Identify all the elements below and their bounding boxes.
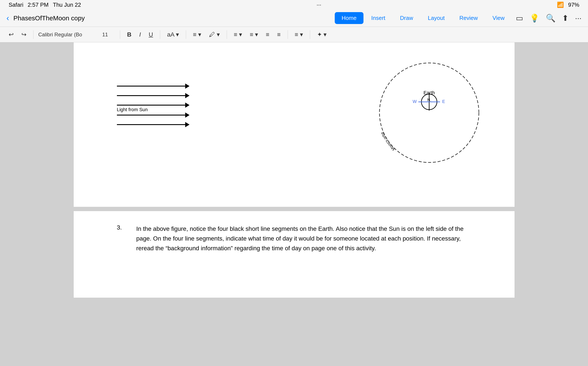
status-left: Safari 2:57 PM Thu Jun 22 — [9, 1, 81, 8]
tab-review[interactable]: Review — [453, 12, 485, 24]
bullet-list-button[interactable]: ≡ ▾ — [232, 30, 244, 39]
time-label: 2:57 PM — [28, 1, 49, 8]
date-label: Thu Jun 22 — [53, 1, 81, 8]
doc-title: PhasesOfTheMoon copy — [13, 15, 331, 22]
divider-2 — [120, 30, 120, 39]
lightbulb-icon[interactable]: 💡 — [530, 14, 539, 23]
light-from-sun-label: Light from Sun — [117, 107, 186, 113]
font-name-display[interactable]: Calibri Regular (Bo — [38, 31, 99, 38]
question-item-3: 3. In the above figure, notice the four … — [117, 224, 471, 253]
tab-home[interactable]: Home — [335, 12, 363, 24]
divider-4 — [186, 30, 186, 39]
magic-button[interactable]: ✦ ▾ — [315, 30, 329, 39]
format-bar: ↩ ↪ Calibri Regular (Bo 11 B I U aA ▾ ≡ … — [0, 27, 588, 42]
light-arrows-group: Light from Sun — [117, 86, 186, 132]
svg-text:W: W — [412, 99, 417, 104]
search-icon[interactable]: 🔍 — [546, 14, 556, 23]
text-section: 3. In the above figure, notice the four … — [74, 211, 514, 279]
arrow-row-1 — [117, 86, 186, 86]
tab-insert[interactable]: Insert — [364, 12, 392, 24]
align-center-button[interactable]: ≡ — [264, 30, 272, 39]
ipad-icon[interactable]: ▭ — [516, 14, 523, 23]
tab-view[interactable]: View — [485, 12, 512, 24]
svg-text:E: E — [442, 99, 445, 104]
share-icon[interactable]: ⬆ — [562, 14, 569, 23]
text-style-button[interactable]: ≡ ▾ — [191, 30, 203, 39]
arrow-row-3 — [117, 105, 186, 106]
document-page-1: Light from Sun Earth — [74, 42, 514, 207]
document-page-2: 3. In the above figure, notice the four … — [74, 211, 514, 298]
paragraph-style-button[interactable]: ≡ ▾ — [293, 30, 305, 39]
battery-label: 97% — [568, 1, 579, 8]
arrow-line-3 — [117, 105, 186, 106]
diagram-section: Light from Sun Earth — [74, 42, 514, 207]
browser-label: Safari — [9, 1, 23, 8]
page-area-2: 3. In the above figure, notice the four … — [0, 211, 588, 298]
divider-3 — [160, 30, 160, 39]
toolbar-icons: ▭ 💡 🔍 ⬆ ··· — [516, 14, 581, 23]
page-area: Light from Sun Earth — [0, 42, 588, 207]
orbit-diagram: Earth N. W E Moon's o — [376, 60, 482, 166]
font-size-display[interactable]: 11 — [102, 31, 115, 38]
arrow-line-5 — [117, 124, 186, 125]
arrow-row-5 — [117, 124, 186, 125]
divider-1 — [33, 30, 34, 39]
nav-tabs: Home Insert Draw Layout Review View — [335, 12, 512, 24]
status-right: 📶 97% — [557, 1, 579, 8]
arrow-line-1 — [117, 86, 186, 86]
align-button-2[interactable]: ≡ — [275, 30, 283, 39]
tab-layout[interactable]: Layout — [421, 12, 452, 24]
orbit-svg: Earth N. W E Moon's o — [376, 60, 482, 166]
numbered-list-button[interactable]: ≡ ▾ — [248, 30, 260, 39]
status-center: ··· — [316, 1, 321, 8]
arrow-row-2 — [117, 95, 186, 96]
page-gap — [0, 207, 588, 211]
bold-button[interactable]: B — [125, 30, 133, 39]
tab-draw[interactable]: Draw — [393, 12, 420, 24]
italic-button[interactable]: I — [137, 30, 143, 39]
wifi-icon: 📶 — [557, 1, 564, 8]
text-format-button[interactable]: aA ▾ — [165, 30, 181, 39]
question-text: In the above figure, notice the four bla… — [136, 224, 471, 253]
underline-button[interactable]: U — [147, 30, 155, 39]
highlight-button[interactable]: 🖊 ▾ — [207, 30, 222, 39]
back-button[interactable]: ‹ — [7, 14, 9, 23]
redo-button[interactable]: ↪ — [19, 30, 29, 39]
arrow-line-2 — [117, 95, 186, 96]
divider-7 — [310, 30, 310, 39]
divider-6 — [288, 30, 288, 39]
dots-indicator: ··· — [316, 1, 321, 8]
more-icon[interactable]: ··· — [575, 14, 581, 23]
undo-button[interactable]: ↩ — [7, 30, 16, 39]
arrow-line-4 — [117, 115, 186, 115]
svg-text:Moon's orbit: Moon's orbit — [380, 131, 396, 151]
arrow-row-4 — [117, 115, 186, 115]
question-number: 3. — [117, 224, 130, 253]
toolbar-top: ‹ PhasesOfTheMoon copy Home Insert Draw … — [0, 9, 588, 27]
status-bar: Safari 2:57 PM Thu Jun 22 ··· 📶 97% — [0, 0, 588, 9]
